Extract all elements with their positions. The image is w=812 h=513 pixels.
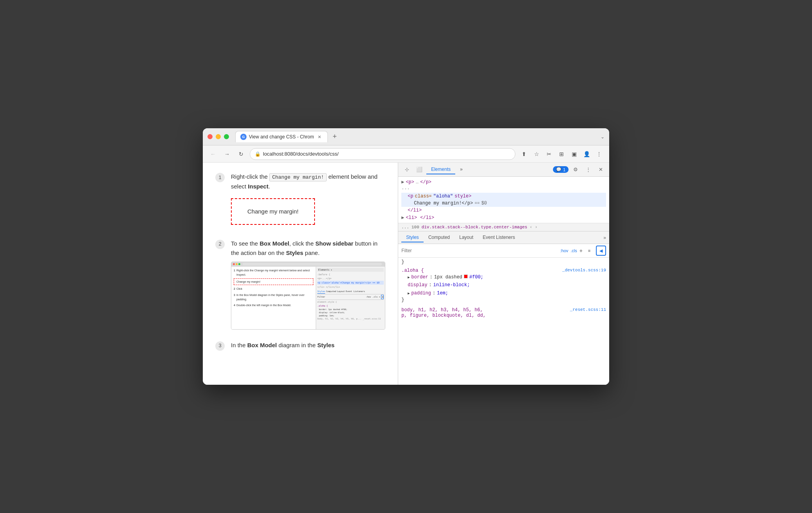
mini-element-style: element.style { bbox=[317, 300, 384, 304]
step-number-2: 2 bbox=[215, 240, 225, 249]
show-sidebar-bold: Show sidebar bbox=[315, 240, 354, 247]
filter-pseudo-button[interactable]: :hov bbox=[560, 248, 569, 253]
tab-event-listeners[interactable]: Event Listeners bbox=[478, 233, 520, 242]
step-2: 2 To see the Box Model, click the Show s… bbox=[215, 239, 385, 330]
scissors-icon[interactable]: ✂ bbox=[544, 149, 554, 160]
mini-filter-pseudo: :hov .cls + bbox=[366, 295, 380, 299]
mini-step-3: 3 In the Box Model diagram in the Styles… bbox=[234, 293, 313, 301]
minimize-button[interactable] bbox=[216, 134, 221, 139]
filter-add-button[interactable]: + bbox=[579, 248, 583, 254]
change-margin-element[interactable]: Change my margin! bbox=[231, 198, 315, 225]
devtools-header: ⊹ ⬜ Elements » 💬 1 ⚙ ⋮ ✕ bbox=[398, 163, 609, 177]
box-model-bold-2: Box Model bbox=[247, 342, 277, 348]
mini-step-num-3: 3 bbox=[234, 293, 235, 301]
mini-filter-row: Filter :hov .cls + ◀ bbox=[317, 295, 384, 300]
style-rule-header: .aloha { _devtools.scss:19 bbox=[401, 268, 606, 273]
notification-badge-container[interactable]: 💬 1 bbox=[553, 166, 569, 173]
bookmark-icon[interactable]: ☆ bbox=[531, 149, 542, 160]
tab-more[interactable]: » bbox=[455, 165, 467, 174]
filter-input[interactable] bbox=[401, 248, 558, 253]
mini-filter-label: Filter bbox=[317, 295, 325, 299]
url-text: localhost:8080/docs/devtools/css/ bbox=[263, 151, 510, 157]
aloha-closing-brace: } bbox=[401, 297, 606, 303]
more-menu-icon[interactable]: ⋮ bbox=[594, 149, 605, 160]
mini-step-4-text: Double-click the left margin in the Box … bbox=[236, 303, 291, 307]
display-property: display : inline-block; bbox=[401, 281, 606, 289]
address-box[interactable]: 🔒 localhost:8080/docs/devtools/css/ bbox=[250, 148, 515, 160]
maximize-button[interactable] bbox=[224, 134, 229, 139]
filter-cls-button[interactable]: .cls bbox=[571, 248, 577, 253]
sidebar-toggle-icon[interactable]: ▣ bbox=[569, 149, 579, 160]
mini-browser: 1 Right-click the Change my margin! elem… bbox=[231, 262, 385, 329]
aloha-selector[interactable]: .aloha { bbox=[401, 268, 424, 273]
inspector-icon[interactable]: ⊹ bbox=[401, 164, 412, 175]
dom-line-5[interactable]: </li> bbox=[401, 207, 606, 214]
devtools-panel: ⊹ ⬜ Elements » 💬 1 ⚙ ⋮ ✕ bbox=[398, 163, 609, 385]
page-content: 1 Right-click the Change my margin! elem… bbox=[203, 163, 398, 385]
dom-line-1[interactable]: ▶ <p> … </p> bbox=[401, 178, 606, 186]
tab-elements[interactable]: Elements bbox=[426, 165, 455, 174]
border-expand-icon[interactable]: ▶ bbox=[408, 275, 410, 281]
styles-tabs-bar: Styles Computed Layout Event Listeners » bbox=[398, 231, 609, 244]
filter-bar: :hov .cls + ≡ ◀ bbox=[398, 244, 609, 258]
reset-source[interactable]: _reset.scss:11 bbox=[570, 307, 606, 313]
aloha-source[interactable]: _devtools.scss:19 bbox=[562, 268, 606, 273]
mini-step-num-1: 1 bbox=[234, 268, 235, 277]
screenshot-preview: 1 Right-click the Change my margin! elem… bbox=[231, 262, 385, 330]
refresh-button[interactable]: ↻ bbox=[236, 149, 247, 160]
inspect-bold: Inspect bbox=[248, 183, 268, 190]
styles-more-icon[interactable]: » bbox=[603, 235, 606, 240]
devtools-more-icon[interactable]: ⋮ bbox=[583, 164, 594, 175]
tab-layout[interactable]: Layout bbox=[454, 233, 478, 242]
profile-chevron-icon[interactable]: ⌄ bbox=[601, 134, 605, 140]
tab-computed[interactable]: Computed bbox=[424, 233, 454, 242]
close-devtools-icon[interactable]: ✕ bbox=[595, 164, 606, 175]
back-icon: ← bbox=[210, 151, 216, 157]
mini-step-2-text: Click bbox=[236, 287, 242, 291]
breadcrumb-more[interactable]: ‹ › bbox=[529, 225, 537, 230]
profile-icon[interactable]: 👤 bbox=[581, 149, 592, 160]
tab-title: View and change CSS - Chrom bbox=[249, 134, 314, 140]
close-button[interactable] bbox=[207, 134, 213, 139]
active-tab[interactable]: G View and change CSS - Chrom ✕ bbox=[235, 131, 328, 142]
mini-step-2: 2 Click bbox=[234, 287, 313, 291]
padding-expand-icon[interactable]: ▶ bbox=[408, 291, 410, 297]
breadcrumb-ellipsis[interactable]: ... bbox=[401, 225, 409, 230]
border-value-1px: 1px dashed bbox=[434, 273, 462, 281]
tab-close-button[interactable]: ✕ bbox=[317, 134, 323, 140]
forward-button[interactable]: → bbox=[222, 149, 233, 160]
tab-styles[interactable]: Styles bbox=[401, 233, 424, 242]
filter-adjust-button[interactable]: ≡ bbox=[585, 246, 594, 255]
dom-line-4-selected: Change my margin!</p> == $0 bbox=[401, 200, 606, 207]
settings-icon[interactable]: ⚙ bbox=[570, 164, 581, 175]
upload-icon[interactable]: ⬆ bbox=[519, 149, 529, 160]
show-sidebar-button[interactable]: ◀ bbox=[596, 246, 606, 256]
step-3-text: In the Box Model diagram in the Styles bbox=[231, 341, 385, 350]
chat-icon: 💬 bbox=[556, 167, 562, 172]
mini-dom-before: :before { bbox=[317, 273, 384, 276]
extensions-icon[interactable]: ⊞ bbox=[556, 149, 567, 160]
breadcrumb-selector[interactable]: div.stack.stack--block.type.center-image… bbox=[422, 225, 528, 230]
reset-selector[interactable]: body, h1, h2, h3, h4, h5, h6, bbox=[401, 307, 483, 313]
elements-tab-label: Elements bbox=[431, 167, 451, 172]
mini-maximize-dot bbox=[238, 263, 240, 265]
titlebar: G View and change CSS - Chrom ✕ + ⌄ bbox=[203, 128, 609, 145]
devtools-actions: 💬 1 ⚙ ⋮ ✕ bbox=[553, 164, 606, 175]
device-toolbar-icon[interactable]: ⬜ bbox=[414, 164, 425, 175]
dom-line-2[interactable]: ··· bbox=[401, 186, 606, 193]
dom-li-open: <li> bbox=[406, 215, 417, 221]
step-3: 3 In the Box Model diagram in the Styles bbox=[215, 341, 385, 354]
box-model-bold: Box Model bbox=[259, 240, 289, 247]
color-swatch-red[interactable] bbox=[464, 274, 468, 278]
mini-dom-p: <p>...</p> bbox=[317, 276, 384, 280]
closing-brace-top: } bbox=[401, 259, 606, 265]
back-button[interactable]: ← bbox=[207, 149, 218, 160]
mini-step-1: 1 Right-click the Change my margin! elem… bbox=[234, 268, 313, 277]
dom-line-3-selected[interactable]: <p class= "aloha" style> bbox=[401, 193, 606, 200]
dom-expand-icon-2: ▶ bbox=[401, 215, 404, 221]
dom-dollar: $0 bbox=[481, 201, 487, 206]
reset-rule-header: body, h1, h2, h3, h4, h5, h6, _reset.scs… bbox=[401, 307, 606, 313]
dom-line-6[interactable]: ▶ <li> </li> bbox=[401, 214, 606, 221]
mini-devtools: Elements ▸ :before { <p>...</p> <p class… bbox=[316, 267, 385, 329]
new-tab-button[interactable]: + bbox=[329, 131, 340, 142]
